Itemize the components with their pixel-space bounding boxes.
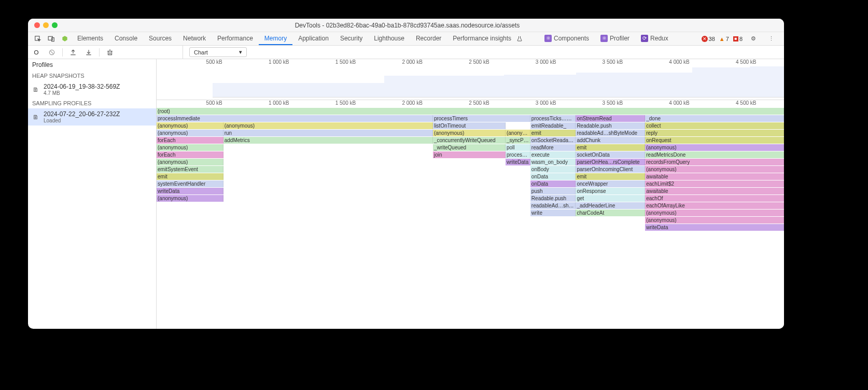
error-badge[interactable]: ✕38 <box>702 36 715 42</box>
tab-application[interactable]: Application <box>292 32 334 45</box>
upload-icon[interactable] <box>68 47 78 58</box>
flame-bar[interactable]: onData <box>530 173 576 180</box>
flame-bar[interactable]: processTimers <box>433 115 530 122</box>
flame-bar[interactable]: systemEventHandler <box>157 180 223 187</box>
flame-bar[interactable]: (anonymous) <box>157 159 223 165</box>
flame-bar[interactable]: writeData <box>506 159 530 165</box>
flame-bar[interactable]: processTicks…dRejections <box>530 115 576 122</box>
flame-bar[interactable]: _done <box>645 115 784 122</box>
flame-bar[interactable]: writeData <box>157 188 223 194</box>
flame-bar[interactable]: eachLimit$2 <box>645 180 784 187</box>
ext-tab-components[interactable]: ⚛Components <box>539 32 595 45</box>
tab-performance-insights[interactable]: Performance insights <box>447 32 517 45</box>
overview[interactable] <box>157 66 784 97</box>
flame-bar[interactable]: onSocketReadable <box>530 137 576 144</box>
flame-bar[interactable]: run <box>223 130 433 136</box>
flame-bar[interactable]: onceWrapper <box>576 180 645 187</box>
ext-tab-profiler[interactable]: ⚛Profiler <box>595 32 635 45</box>
device-icon[interactable] <box>45 32 58 45</box>
flame-bar[interactable]: emitReadable_ <box>530 122 576 129</box>
flame-bar[interactable]: processExistingAgents <box>506 151 530 158</box>
flame-bar[interactable]: Readable.push <box>530 195 576 202</box>
flame-bar[interactable]: awaitable <box>645 188 784 194</box>
zoom-icon[interactable] <box>52 22 58 28</box>
flame-bar[interactable]: eachOfArrayLike <box>645 202 784 209</box>
flame-bar[interactable]: listOnTimeout <box>433 122 506 129</box>
tab-memory[interactable]: Memory <box>259 32 292 45</box>
flame-bar[interactable]: Readable.push <box>576 122 645 129</box>
tab-console[interactable]: Console <box>109 32 143 45</box>
flame-bar[interactable]: charCodeAt <box>576 210 645 216</box>
flame-bar[interactable]: (anonymous) <box>157 144 223 151</box>
record-icon[interactable] <box>31 47 41 58</box>
flame-bar[interactable]: addMetrics <box>223 137 433 144</box>
flame-bar[interactable]: readableAd…shByteMode <box>530 202 576 209</box>
tab-elements[interactable]: Elements <box>72 32 109 45</box>
flame-bar[interactable]: onStreamRead <box>576 115 645 122</box>
flame-bar[interactable]: emit <box>576 173 645 180</box>
flame-bar[interactable]: onData <box>530 180 576 187</box>
flame-bar[interactable]: processImmediate <box>157 115 433 122</box>
flame-bar[interactable]: join <box>433 151 506 158</box>
flame-bar[interactable]: readMetricsDone <box>645 151 784 158</box>
flame-bar[interactable]: forEach <box>157 137 223 144</box>
close-icon[interactable] <box>34 22 40 28</box>
tab-sources[interactable]: Sources <box>143 32 177 45</box>
flame-bar[interactable]: emit <box>576 144 645 151</box>
flame-bar[interactable]: parserOnHea…rsComplete <box>576 159 645 165</box>
flame-bar[interactable]: _syncPollTillDone <box>506 137 530 144</box>
flame-bar[interactable]: eachOf <box>645 195 784 202</box>
flame-bar[interactable]: (anonymous) <box>645 144 784 151</box>
ext-tab-redux[interactable]: ⟳Redux <box>635 32 674 45</box>
flame-bar[interactable]: emit <box>157 173 223 180</box>
flame-bar[interactable]: writeData <box>645 224 784 231</box>
download-icon[interactable] <box>83 47 94 58</box>
flame-bar[interactable]: get <box>576 195 645 202</box>
flame-bar[interactable]: onRequest <box>645 137 784 144</box>
flame-bar[interactable]: parserOnIncomingClient <box>576 166 645 173</box>
flame-bar[interactable]: readMore <box>530 144 576 151</box>
node-icon[interactable] <box>58 32 72 45</box>
flame-bar[interactable]: socketOnData <box>576 151 645 158</box>
flame-bar[interactable]: (anonymous) <box>433 130 506 136</box>
flame-bar[interactable]: readableAd…shByteMode <box>576 130 645 136</box>
flame-bar[interactable]: recordsFromQuery <box>645 159 784 165</box>
flame-bar[interactable]: addChunk <box>576 137 645 144</box>
minimize-icon[interactable] <box>43 22 49 28</box>
flame-bar[interactable]: (anonymous) <box>157 130 223 136</box>
issue-badge[interactable]: ■8 <box>733 36 743 42</box>
flame-bar[interactable]: (anonymous) <box>157 122 223 129</box>
flame-bar[interactable]: forEach <box>157 151 223 158</box>
flame-chart-main[interactable]: 500 kB1 000 kB1 500 kB2 000 kB2 500 kB3 … <box>157 59 784 329</box>
gear-icon[interactable]: ⚙ <box>747 35 760 42</box>
flame-bar[interactable]: reply <box>645 130 784 136</box>
flame-bar[interactable]: awaitable <box>645 173 784 180</box>
flame-bar[interactable]: _concurrentlyWriteQueued <box>433 137 506 144</box>
flame-bar[interactable]: (anonymous) <box>645 210 784 216</box>
flame-bar[interactable]: write <box>530 210 576 216</box>
inspect-icon[interactable] <box>31 32 45 45</box>
flame-bar[interactable]: (anonymous) <box>157 195 223 202</box>
flame-bar[interactable]: wasm_on_body <box>530 159 576 165</box>
flame-bar[interactable]: push <box>530 188 576 194</box>
flame-bar[interactable]: onResponse <box>576 188 645 194</box>
flame-bar[interactable]: emit <box>530 130 576 136</box>
clear-icon[interactable] <box>47 47 57 58</box>
sampling-profile-item[interactable]: 🗎 2024-07-22_20-06-27-232Z Loaded <box>28 108 156 126</box>
flame-bar[interactable]: _addHeaderLine <box>576 202 645 209</box>
flame-bar[interactable]: poll <box>506 144 530 151</box>
tab-recorder[interactable]: Recorder <box>410 32 447 45</box>
more-icon[interactable]: ⋮ <box>764 35 778 42</box>
flame-bar[interactable]: (anonymous) <box>506 130 530 136</box>
flame-bar[interactable]: (anonymous) <box>223 122 433 129</box>
flame-bar[interactable]: (anonymous) <box>645 166 784 173</box>
flame-chart[interactable]: (root)processImmediateprocessTimersproce… <box>157 108 784 329</box>
flame-bar[interactable]: collect <box>645 122 784 129</box>
flame-bar[interactable]: execute <box>530 151 576 158</box>
flame-bar[interactable]: (anonymous) <box>645 217 784 224</box>
tab-performance[interactable]: Performance <box>212 32 259 45</box>
tab-network[interactable]: Network <box>177 32 212 45</box>
gc-icon[interactable] <box>105 47 115 58</box>
flame-bar[interactable]: (root) <box>157 108 784 115</box>
flame-bar[interactable]: _writeQueued <box>433 144 506 151</box>
